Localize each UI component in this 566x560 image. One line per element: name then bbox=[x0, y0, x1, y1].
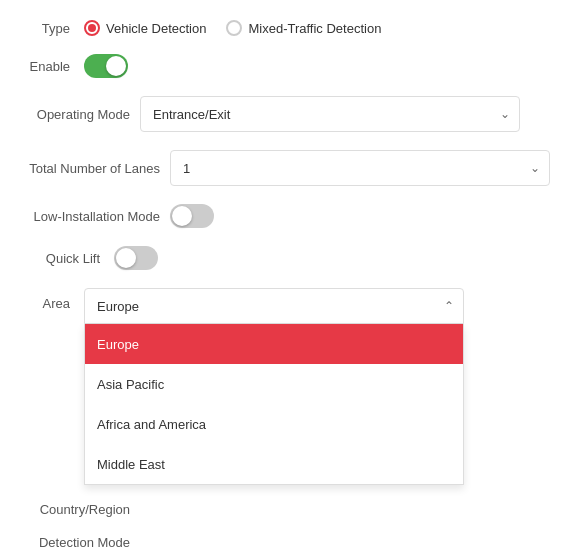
area-label: Area bbox=[10, 296, 70, 311]
quick-lift-label: Quick Lift bbox=[10, 251, 100, 266]
lanes-select-wrapper: 1 2 3 4 ⌄ bbox=[170, 150, 550, 186]
low-install-label: Low-Installation Mode bbox=[10, 209, 160, 224]
quick-lift-row: Quick Lift bbox=[10, 246, 556, 270]
mixed-traffic-radio[interactable] bbox=[226, 20, 242, 36]
area-select-wrapper: Europe ⌃ Europe Asia Pacific Africa and … bbox=[84, 288, 464, 324]
country-label: Country/Region bbox=[10, 502, 130, 517]
lanes-select[interactable]: 1 2 3 4 bbox=[170, 150, 550, 186]
low-install-toggle-thumb bbox=[172, 206, 192, 226]
country-row: Country/Region bbox=[10, 502, 556, 517]
detection-mode-row: Detection Mode bbox=[10, 535, 556, 550]
area-chevron-up-icon: ⌃ bbox=[444, 299, 454, 313]
area-dropdown-list: Europe Asia Pacific Africa and America M… bbox=[84, 324, 464, 485]
lanes-label: Total Number of Lanes bbox=[10, 161, 160, 176]
mixed-traffic-label: Mixed-Traffic Detection bbox=[248, 21, 381, 36]
enable-row: Enable bbox=[10, 54, 556, 78]
enable-label: Enable bbox=[10, 59, 70, 74]
enable-toggle-thumb bbox=[106, 56, 126, 76]
vehicle-detection-radio[interactable] bbox=[84, 20, 100, 36]
area-option-middle-east[interactable]: Middle East bbox=[85, 444, 463, 484]
low-install-toggle[interactable] bbox=[170, 204, 214, 228]
vehicle-detection-option[interactable]: Vehicle Detection bbox=[84, 20, 206, 36]
area-option-asia-pacific[interactable]: Asia Pacific bbox=[85, 364, 463, 404]
settings-panel: Type Vehicle Detection Mixed-Traffic Det… bbox=[0, 0, 566, 560]
operating-mode-row: Operating Mode Entrance/Exit Exit Entran… bbox=[10, 96, 556, 132]
area-option-africa-america[interactable]: Africa and America bbox=[85, 404, 463, 444]
area-selected-value: Europe bbox=[97, 299, 139, 314]
detection-mode-label: Detection Mode bbox=[10, 535, 130, 550]
lanes-row: Total Number of Lanes 1 2 3 4 ⌄ bbox=[10, 150, 556, 186]
area-select-box[interactable]: Europe ⌃ bbox=[84, 288, 464, 324]
mixed-traffic-option[interactable]: Mixed-Traffic Detection bbox=[226, 20, 381, 36]
vehicle-detection-label: Vehicle Detection bbox=[106, 21, 206, 36]
quick-lift-toggle-thumb bbox=[116, 248, 136, 268]
type-label: Type bbox=[10, 21, 70, 36]
enable-toggle[interactable] bbox=[84, 54, 128, 78]
area-row: Area Europe ⌃ Europe Asia Pacific Africa… bbox=[10, 288, 556, 324]
area-option-europe[interactable]: Europe bbox=[85, 324, 463, 364]
operating-mode-select[interactable]: Entrance/Exit Exit Entrance bbox=[140, 96, 520, 132]
type-radio-group: Vehicle Detection Mixed-Traffic Detectio… bbox=[84, 20, 381, 36]
operating-mode-label: Operating Mode bbox=[10, 107, 130, 122]
quick-lift-toggle[interactable] bbox=[114, 246, 158, 270]
low-install-row: Low-Installation Mode bbox=[10, 204, 556, 228]
type-row: Type Vehicle Detection Mixed-Traffic Det… bbox=[10, 20, 556, 36]
operating-mode-select-wrapper: Entrance/Exit Exit Entrance ⌄ bbox=[140, 96, 520, 132]
